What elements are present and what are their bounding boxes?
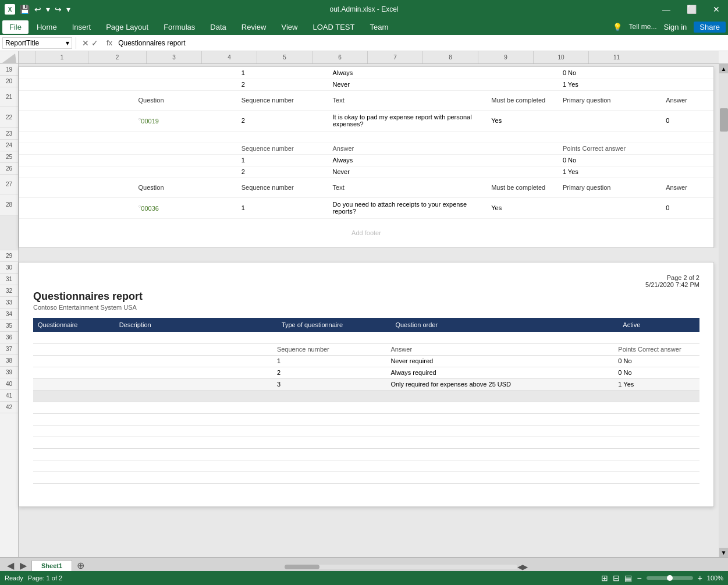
customize-qat-button[interactable]: ▾ xyxy=(65,3,72,15)
cell-33-f[interactable]: 1 Yes xyxy=(618,378,699,390)
cell-32-c[interactable]: 2 xyxy=(277,367,390,378)
add-sheet-btn[interactable]: ⊕ xyxy=(74,559,86,571)
cell-25-f[interactable]: 0 No xyxy=(563,154,666,166)
tab-home[interactable]: Home xyxy=(30,20,64,34)
cell-22-c[interactable]: 2 xyxy=(242,110,333,131)
cell-24-b[interactable] xyxy=(139,143,242,154)
save-button[interactable]: 💾 xyxy=(19,3,31,15)
cell-30-ans[interactable]: Answer xyxy=(390,343,618,355)
cell-22-g[interactable]: 0 xyxy=(666,110,713,131)
cell-28-b[interactable]: ○00036 xyxy=(139,197,242,218)
zoom-in-btn[interactable]: + xyxy=(698,573,702,583)
undo-button[interactable]: ↩ xyxy=(33,3,42,15)
cell-21-a[interactable] xyxy=(19,90,139,110)
cell-28-a[interactable] xyxy=(19,197,139,218)
tab-data[interactable]: Data xyxy=(203,20,233,34)
sign-in-button[interactable]: Sign in xyxy=(664,23,687,31)
zoom-out-btn[interactable]: − xyxy=(637,573,641,583)
horizontal-tab-scroll[interactable] xyxy=(285,565,517,569)
cell-25-a[interactable] xyxy=(19,154,139,166)
cell-28-e[interactable]: Yes xyxy=(491,197,563,218)
cell-21-c[interactable]: Sequence number xyxy=(242,90,333,110)
tell-me-field[interactable]: Tell me... xyxy=(629,23,657,31)
scroll-down-btn[interactable]: ▼ xyxy=(719,548,729,557)
cell-26-b[interactable] xyxy=(139,166,242,178)
cell-24-e[interactable] xyxy=(491,143,563,154)
tab-review[interactable]: Review xyxy=(235,20,274,34)
cell-27-g[interactable]: Answer xyxy=(666,178,713,197)
cell-25-e[interactable] xyxy=(491,154,563,166)
cell-24-c[interactable]: Sequence number xyxy=(242,143,333,154)
cell-27-a[interactable] xyxy=(19,178,139,197)
scroll-right-btn[interactable]: ▶ xyxy=(523,563,528,571)
tab-team[interactable]: Team xyxy=(363,20,395,34)
cell-27-b[interactable]: Question xyxy=(139,178,242,197)
cell-20-b[interactable] xyxy=(139,79,242,90)
tab-file[interactable]: File xyxy=(2,20,29,34)
confirm-formula-icon[interactable]: ✓ xyxy=(91,38,98,48)
cell-28-g[interactable]: 0 xyxy=(666,197,713,218)
cell-19-d[interactable]: Always xyxy=(333,67,492,79)
normal-view-icon[interactable]: ⊞ xyxy=(601,573,608,583)
cell-27-c[interactable]: Sequence number xyxy=(242,178,333,197)
cell-24-f[interactable]: Points Correct answer xyxy=(563,143,666,154)
cell-26-g[interactable] xyxy=(666,166,713,178)
cell-25-d[interactable]: Always xyxy=(333,154,492,166)
tab-insert[interactable]: Insert xyxy=(65,20,98,34)
cell-21-f[interactable]: Primary question xyxy=(563,90,666,110)
formula-input[interactable] xyxy=(118,39,726,47)
cell-19-c[interactable]: 1 xyxy=(242,67,333,79)
redo-button[interactable]: ↪ xyxy=(54,3,63,15)
cell-26-e[interactable] xyxy=(491,166,563,178)
cell-33-d[interactable]: Only required for expenses above 25 USD xyxy=(390,378,618,390)
name-box-dropdown[interactable]: ▾ xyxy=(66,39,69,47)
sheet-tab-sheet1[interactable]: Sheet1 xyxy=(31,560,72,571)
cell-21-d[interactable]: Text xyxy=(333,90,492,110)
cell-25-b[interactable] xyxy=(139,154,242,166)
prev-sheet-btn[interactable]: ◀ xyxy=(5,560,16,571)
cell-21-b[interactable]: Question xyxy=(139,90,242,110)
cell-32-f[interactable]: 0 No xyxy=(618,367,699,378)
cell-20-d[interactable]: Never xyxy=(333,79,492,90)
scroll-thumb[interactable] xyxy=(720,108,728,132)
cell-22-e[interactable]: Yes xyxy=(491,110,563,131)
tab-page-layout[interactable]: Page Layout xyxy=(99,20,155,34)
cell-20-f[interactable]: 1 Yes xyxy=(563,79,666,90)
cell-22-f[interactable] xyxy=(563,110,666,131)
cell-19-f[interactable]: 0 No xyxy=(563,67,666,79)
cell-19-g[interactable] xyxy=(666,67,713,79)
cell-26-a[interactable] xyxy=(19,166,139,178)
footer-cell[interactable]: Add footer xyxy=(19,218,713,247)
cell-31-d[interactable]: Never required xyxy=(390,355,618,367)
scroll-track[interactable] xyxy=(719,73,728,548)
zoom-slider[interactable] xyxy=(647,576,693,580)
cell-19-e[interactable] xyxy=(491,67,563,79)
cell-19-a[interactable] xyxy=(19,67,139,79)
cell-24-g[interactable] xyxy=(666,143,713,154)
cell-26-c[interactable]: 2 xyxy=(242,166,333,178)
cell-31-f[interactable]: 0 No xyxy=(618,355,699,367)
cell-25-g[interactable] xyxy=(666,154,713,166)
tab-formulas[interactable]: Formulas xyxy=(157,20,202,34)
cell-20-c[interactable]: 2 xyxy=(242,79,333,90)
share-button[interactable]: Share xyxy=(694,22,726,33)
cell-30-pts[interactable]: Points Correct answer xyxy=(618,343,699,355)
cell-19-b[interactable] xyxy=(139,67,242,79)
cell-20-a[interactable] xyxy=(19,79,139,90)
vertical-scrollbar[interactable]: ▲ ▼ xyxy=(719,64,728,557)
cell-22-d[interactable]: It is okay to pad my expense report with… xyxy=(333,110,492,131)
cell-25-c[interactable]: 1 xyxy=(242,154,333,166)
page-layout-view-icon[interactable]: ⊟ xyxy=(613,573,620,583)
cell-26-f[interactable]: 1 Yes xyxy=(563,166,666,178)
cell-22-a[interactable] xyxy=(19,110,139,131)
restore-button[interactable]: ⬜ xyxy=(683,3,700,15)
next-sheet-btn[interactable]: ▶ xyxy=(17,560,29,571)
page-break-view-icon[interactable]: ▤ xyxy=(624,573,632,583)
scroll-up-btn[interactable]: ▲ xyxy=(719,64,729,73)
cell-27-d[interactable]: Text xyxy=(333,178,492,197)
tab-view[interactable]: View xyxy=(274,20,304,34)
cell-22-b[interactable]: ○00019 xyxy=(139,110,242,131)
minimize-button[interactable]: — xyxy=(659,3,674,15)
cell-33-c[interactable]: 3 xyxy=(277,378,390,390)
tab-load-test[interactable]: LOAD TEST xyxy=(306,20,361,34)
